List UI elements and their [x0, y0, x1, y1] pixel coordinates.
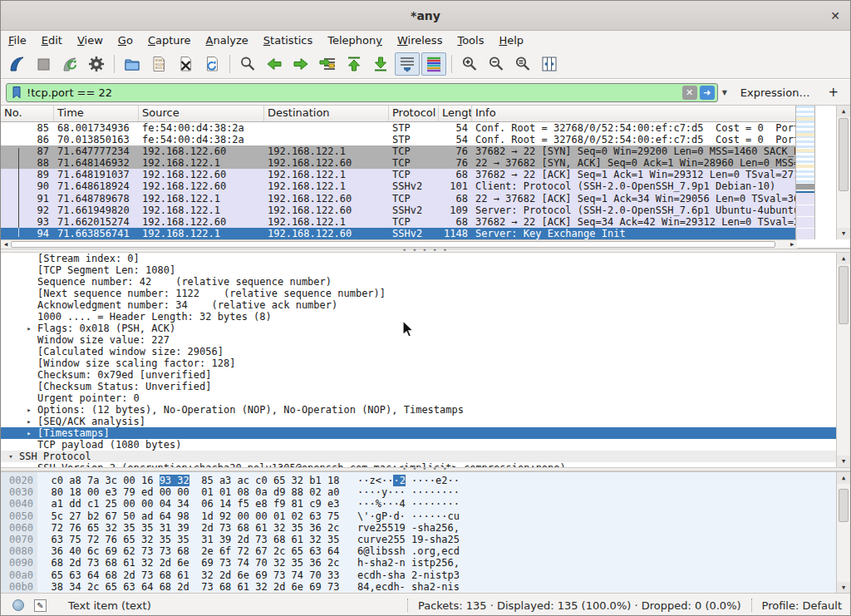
- detail-row[interactable]: [TCP Segment Len: 1080]: [1, 264, 837, 276]
- display-filter-input[interactable]: [27, 86, 680, 99]
- scroll-down-arrow[interactable]: ▼: [837, 456, 850, 467]
- close-window-button[interactable]: ✕: [827, 7, 844, 24]
- intelligent-scrollbar-minimap[interactable]: [795, 106, 815, 239]
- packet-row-94[interactable]: 9471.663856741192.168.122.1192.168.122.6…: [1, 228, 812, 239]
- go-next-packet-button[interactable]: [288, 52, 313, 76]
- hex-row-0080[interactable]: 0080 36 40 6c 69 62 73 73 68 2e 6f 72 67…: [1, 545, 460, 557]
- colorize-packets-button[interactable]: [421, 52, 446, 76]
- hex-dump[interactable]: 0020 c0 a8 7a 3c 00 16 93 32 85 a3 ac c0…: [1, 475, 460, 593]
- expanded-triangle-icon[interactable]: ▾: [6, 451, 16, 462]
- detail-row[interactable]: [Next sequence number: 1122 (relative se…: [1, 288, 837, 299]
- detail-row[interactable]: Urgent pointer: 0: [1, 392, 837, 404]
- profile-status[interactable]: Profile: Default: [762, 599, 842, 612]
- menu-wireless[interactable]: Wireless: [390, 32, 450, 49]
- scroll-up-arrow[interactable]: ▲: [837, 106, 850, 117]
- filter-history-dropdown[interactable]: ▼: [722, 89, 727, 96]
- start-capture-button[interactable]: [4, 52, 29, 76]
- resize-columns-button[interactable]: [537, 52, 562, 76]
- menu-telephony[interactable]: Telephony: [320, 32, 390, 49]
- packet-list-header[interactable]: No.TimeSourceDestinationProtocolLengthIn…: [1, 106, 797, 122]
- detail-row[interactable]: ▸Flags: 0x018 (PSH, ACK): [1, 323, 837, 334]
- collapsed-triangle-icon[interactable]: ▸: [24, 404, 34, 416]
- menu-statistics[interactable]: Statistics: [256, 32, 320, 49]
- detail-row[interactable]: ▾SSH Protocol: [1, 451, 837, 462]
- menu-capture[interactable]: Capture: [140, 32, 199, 49]
- expert-info-icon[interactable]: [12, 599, 24, 611]
- collapsed-triangle-icon[interactable]: ▸: [24, 416, 34, 427]
- hex-row-0050[interactable]: 0050 5c 27 b2 67 50 ad 64 98 1d 92 00 00…: [1, 510, 460, 522]
- capture-comment-icon[interactable]: ✎: [34, 599, 47, 612]
- scrollbar-thumb[interactable]: [11, 241, 775, 248]
- stop-capture-button[interactable]: [31, 52, 56, 76]
- close-file-button[interactable]: [173, 52, 198, 76]
- scroll-up-arrow[interactable]: ▲: [837, 253, 850, 264]
- go-to-packet-button[interactable]: [315, 52, 340, 76]
- capture-options-button[interactable]: [84, 52, 109, 76]
- hex-row-00a0[interactable]: 00a0 65 63 64 68 2d 73 68 61 32 2d 6e 69…: [1, 569, 460, 581]
- packet-list-vscrollbar[interactable]: ▲ ▼: [836, 106, 850, 239]
- menu-edit[interactable]: Edit: [34, 32, 70, 49]
- restart-capture-button[interactable]: [57, 52, 82, 76]
- detail-row[interactable]: ▸[SEQ/ACK analysis]: [1, 416, 837, 427]
- filter-clear-button[interactable]: ✕: [682, 86, 697, 100]
- go-first-packet-button[interactable]: [342, 52, 366, 76]
- detail-row[interactable]: [Stream index: 0]: [1, 253, 837, 264]
- scroll-right-arrow[interactable]: ▶: [787, 240, 797, 249]
- detail-row[interactable]: Window size value: 227: [1, 334, 837, 346]
- detail-row[interactable]: ▸[Timestamps]: [1, 427, 837, 439]
- hex-row-0060[interactable]: 0060 72 76 65 32 35 35 31 39 2d 73 68 61…: [1, 522, 460, 534]
- detail-row[interactable]: [Checksum Status: Unverified]: [1, 381, 837, 392]
- go-last-packet-button[interactable]: [368, 52, 393, 76]
- menu-help[interactable]: Help: [491, 32, 531, 49]
- menu-view[interactable]: View: [70, 32, 111, 49]
- save-file-button[interactable]: 010101100111: [146, 52, 171, 76]
- bytes-vscrollbar[interactable]: ▲ ▼: [836, 472, 850, 593]
- detail-row[interactable]: Checksum: 0x79ed [unverified]: [1, 369, 837, 381]
- reload-file-button[interactable]: [199, 52, 224, 76]
- hex-row-0070[interactable]: 0070 63 75 72 76 65 32 35 35 31 39 2d 73…: [1, 534, 460, 545]
- packet-row-89[interactable]: 8971.648191037192.168.122.60192.168.122.…: [1, 169, 812, 180]
- detail-row[interactable]: ▸Options: (12 bytes), No-Operation (NOP)…: [1, 404, 837, 416]
- packet-row-93[interactable]: 9371.662015274192.168.122.60192.168.122.…: [1, 216, 812, 228]
- zoom-out-button[interactable]: [484, 52, 509, 76]
- column-header-destination[interactable]: Destination: [264, 106, 389, 121]
- packet-list-hscrollbar[interactable]: ◀ ▶: [1, 239, 797, 249]
- hex-row-0030[interactable]: 0030 80 18 00 e3 79 ed 00 00 01 01 08 0a…: [1, 486, 460, 498]
- zoom-reset-button[interactable]: [510, 52, 535, 76]
- packet-row-85[interactable]: 8568.001734936fe:54:00:d4:38:2aSTP54Conf…: [1, 122, 812, 134]
- detail-row[interactable]: Sequence number: 42 (relative sequence n…: [1, 276, 837, 288]
- detail-row[interactable]: Acknowledgment number: 34 (relative ack …: [1, 299, 837, 311]
- menu-analyze[interactable]: Analyze: [199, 32, 256, 49]
- filter-bookmark-icon[interactable]: [10, 85, 23, 100]
- details-vscrollbar[interactable]: ▲ ▼: [836, 253, 850, 467]
- hex-row-00b0[interactable]: 00b0 38 34 2c 65 63 64 68 2d 73 68 61 32…: [1, 581, 460, 593]
- find-packet-button[interactable]: [235, 52, 260, 76]
- scrollbar-thumb[interactable]: [839, 118, 849, 191]
- column-header-info[interactable]: Info: [472, 106, 797, 121]
- hex-row-0020[interactable]: 0020 c0 a8 7a 3c 00 16 93 32 85 a3 ac c0…: [1, 475, 460, 486]
- zoom-in-button[interactable]: [457, 52, 482, 76]
- packet-row-87[interactable]: 8771.647777234192.168.122.60192.168.122.…: [1, 145, 812, 157]
- auto-scroll-button[interactable]: [395, 52, 420, 76]
- column-header-source[interactable]: Source: [139, 106, 264, 121]
- column-header-length[interactable]: Length: [439, 106, 472, 121]
- filter-apply-button[interactable]: ➜: [700, 86, 715, 100]
- column-header-protocol[interactable]: Protocol: [389, 106, 439, 121]
- packet-row-91[interactable]: 9171.648789678192.168.122.1192.168.122.6…: [1, 193, 812, 205]
- go-previous-packet-button[interactable]: [262, 52, 287, 76]
- scroll-up-arrow[interactable]: ▲: [837, 472, 850, 484]
- scrollbar-thumb[interactable]: [839, 489, 849, 522]
- detail-row[interactable]: TCP payload (1080 bytes): [1, 439, 837, 451]
- scrollbar-thumb[interactable]: [839, 266, 849, 324]
- scroll-left-arrow[interactable]: ◀: [1, 240, 11, 249]
- hex-row-0090[interactable]: 0090 68 2d 73 68 61 32 2d 6e 69 73 74 70…: [1, 557, 460, 569]
- open-file-button[interactable]: [120, 52, 145, 76]
- menu-go[interactable]: Go: [111, 32, 140, 49]
- detail-row[interactable]: [Window size scaling factor: 128]: [1, 357, 837, 369]
- packet-row-88[interactable]: 8871.648146932192.168.122.1192.168.122.6…: [1, 157, 812, 169]
- expression-button[interactable]: Expression…: [740, 86, 810, 99]
- packet-row-86[interactable]: 8670.013850163fe:54:00:d4:38:2aSTP54Conf…: [1, 134, 812, 145]
- scroll-down-arrow[interactable]: ▼: [837, 582, 850, 593]
- packet-row-92[interactable]: 9271.661949820192.168.122.1192.168.122.6…: [1, 205, 812, 216]
- menu-tools[interactable]: Tools: [450, 32, 491, 49]
